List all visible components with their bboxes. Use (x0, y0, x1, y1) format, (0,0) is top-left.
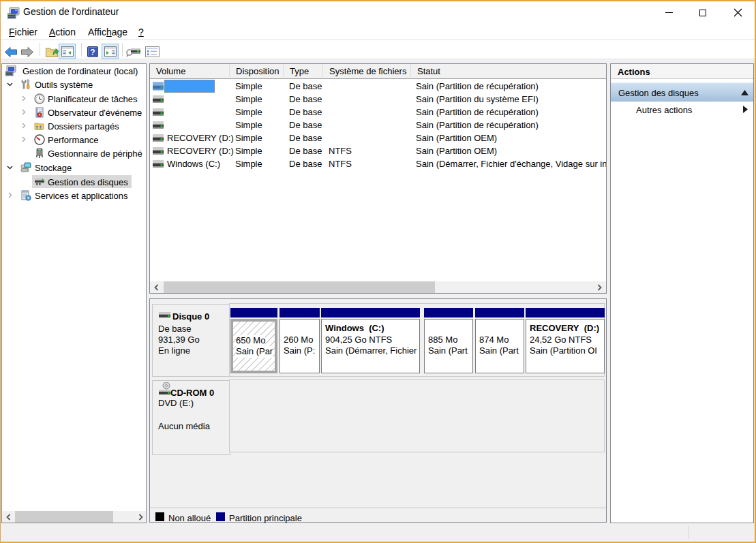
svg-text:?: ? (90, 48, 95, 57)
